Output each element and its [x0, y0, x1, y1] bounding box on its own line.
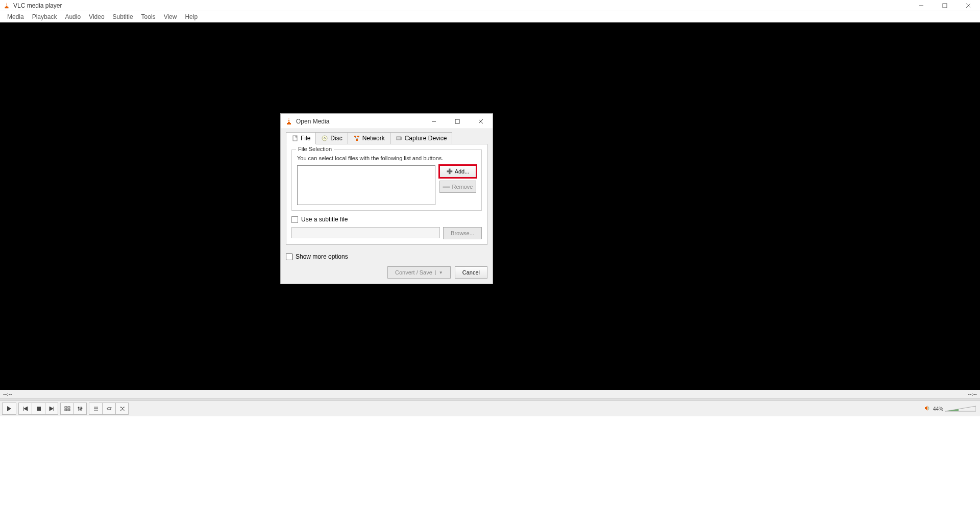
- next-button[interactable]: [45, 403, 58, 415]
- svg-rect-8: [65, 407, 67, 408]
- remove-button-label: Remove: [452, 184, 473, 190]
- vlc-icon: [3, 2, 10, 9]
- svg-line-34: [355, 137, 357, 139]
- dialog-action-row: Convert / Save ▼ Cancel: [281, 263, 493, 284]
- time-remaining: --:--: [968, 391, 977, 397]
- svg-rect-7: [37, 407, 41, 411]
- dialog-maximize-button[interactable]: [446, 114, 469, 129]
- file-selection-desc: You can select local files with the foll…: [297, 155, 476, 161]
- loop-button[interactable]: [102, 403, 115, 415]
- menu-help[interactable]: Help: [181, 13, 202, 20]
- time-elapsed: --:--: [3, 391, 12, 397]
- subtitle-checkbox[interactable]: [291, 216, 298, 223]
- svg-point-15: [78, 407, 80, 409]
- svg-rect-1: [6, 4, 8, 4]
- cancel-button[interactable]: Cancel: [455, 266, 487, 279]
- window-controls: [910, 0, 980, 11]
- menu-view[interactable]: View: [160, 13, 181, 20]
- dialog-tabs: File Disc Network Capture Device: [281, 129, 493, 144]
- status-bar: --:-- --:--: [0, 390, 980, 398]
- tab-file[interactable]: File: [286, 132, 316, 144]
- file-selection-legend: File Selection: [296, 146, 334, 152]
- maximize-button[interactable]: [933, 0, 957, 11]
- vlc-icon: [285, 117, 293, 126]
- network-icon: [353, 135, 360, 142]
- svg-point-17: [81, 408, 83, 409]
- minimize-button[interactable]: [910, 0, 933, 11]
- previous-button[interactable]: [18, 403, 32, 415]
- menu-video[interactable]: Video: [85, 13, 108, 20]
- menu-audio[interactable]: Audio: [61, 13, 85, 20]
- file-tab-panel: File Selection You can select local file…: [286, 144, 487, 245]
- app-title: VLC media player: [13, 2, 62, 9]
- cancel-label: Cancel: [462, 269, 480, 275]
- menu-bar: Media Playback Audio Video Subtitle Tool…: [0, 11, 980, 22]
- tab-disc[interactable]: Disc: [315, 132, 348, 144]
- main-title-bar: VLC media player: [0, 0, 980, 11]
- control-bar: 44%: [0, 401, 980, 416]
- dialog-title: Open Media: [296, 118, 329, 125]
- file-selection-fieldset: File Selection You can select local file…: [291, 149, 482, 211]
- svg-rect-2: [6, 5, 8, 6]
- show-more-row: Show more options: [281, 250, 493, 263]
- menu-subtitle[interactable]: Subtitle: [109, 13, 137, 20]
- svg-rect-11: [68, 409, 70, 411]
- svg-rect-0: [5, 7, 9, 8]
- svg-rect-25: [455, 119, 459, 123]
- open-media-dialog: Open Media File Disc Network Capture Dev…: [280, 113, 493, 284]
- svg-rect-21: [287, 123, 291, 124]
- extended-settings-button[interactable]: [74, 403, 87, 415]
- disc-icon: [321, 135, 328, 142]
- tab-network-label: Network: [362, 135, 385, 142]
- remove-button[interactable]: — Remove: [439, 181, 476, 193]
- volume-section: 44%: [924, 405, 976, 413]
- svg-rect-10: [65, 409, 67, 411]
- tab-file-label: File: [301, 135, 310, 142]
- stop-button[interactable]: [32, 403, 45, 415]
- subtitle-path-input: [291, 227, 440, 238]
- convert-save-button[interactable]: Convert / Save ▼: [387, 266, 451, 279]
- browse-button-label: Browse...: [451, 230, 474, 236]
- show-more-label: Show more options: [296, 253, 348, 260]
- show-more-checkbox[interactable]: [286, 254, 292, 260]
- svg-point-30: [324, 138, 326, 139]
- dialog-title-bar: Open Media: [281, 114, 493, 129]
- svg-line-35: [357, 137, 358, 139]
- svg-rect-22: [288, 119, 290, 120]
- convert-save-label: Convert / Save: [395, 269, 432, 275]
- svg-rect-32: [357, 136, 359, 137]
- add-button-label: Add...: [455, 168, 470, 174]
- playlist-button[interactable]: [89, 403, 102, 415]
- plus-icon: ✚: [447, 168, 453, 175]
- file-list[interactable]: [297, 165, 435, 205]
- subtitle-checkbox-label: Use a subtitle file: [301, 216, 348, 223]
- capture-icon: [396, 135, 403, 142]
- menu-tools[interactable]: Tools: [137, 13, 160, 20]
- svg-rect-9: [68, 407, 70, 408]
- svg-rect-36: [397, 137, 401, 140]
- browse-button: Browse...: [443, 227, 482, 239]
- tab-capture-label: Capture Device: [405, 135, 447, 142]
- svg-point-16: [80, 409, 81, 410]
- subtitle-checkbox-row: Use a subtitle file: [291, 216, 482, 223]
- svg-rect-4: [943, 4, 947, 8]
- menu-playback[interactable]: Playback: [28, 13, 61, 20]
- close-button[interactable]: [957, 0, 980, 11]
- svg-rect-23: [288, 121, 290, 122]
- volume-percent: 44%: [933, 406, 943, 412]
- volume-icon[interactable]: [924, 405, 931, 413]
- dialog-close-button[interactable]: [469, 114, 493, 129]
- dropdown-arrow-icon: ▼: [435, 270, 443, 275]
- tab-network[interactable]: Network: [348, 132, 390, 144]
- tab-disc-label: Disc: [330, 135, 342, 142]
- shuffle-button[interactable]: [115, 403, 129, 415]
- minus-icon: —: [443, 183, 450, 190]
- add-button[interactable]: ✚ Add...: [439, 165, 476, 178]
- fullscreen-button[interactable]: [60, 403, 74, 415]
- dialog-minimize-button[interactable]: [422, 114, 446, 129]
- menu-media[interactable]: Media: [3, 13, 28, 20]
- volume-slider[interactable]: [945, 405, 976, 412]
- tab-capture[interactable]: Capture Device: [390, 132, 453, 144]
- svg-rect-31: [354, 136, 356, 137]
- play-button[interactable]: [2, 403, 16, 415]
